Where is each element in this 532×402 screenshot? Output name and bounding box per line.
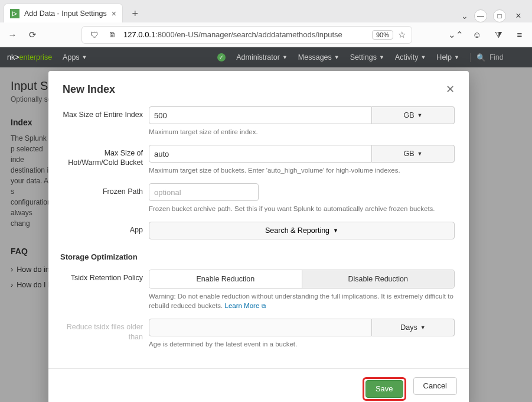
tab-list-dropdown-icon[interactable]: ⌄ <box>461 11 468 21</box>
close-tab-icon[interactable]: × <box>112 9 116 18</box>
url-bar[interactable]: 🛡 🗎 127.0.0.1:8000/en-US/manager/search/… <box>81 26 412 44</box>
input-max-bucket-size[interactable] <box>149 145 372 163</box>
menu-apps[interactable]: Apps ▼ <box>63 53 87 61</box>
help-tsidx: Warning: Do not enable reduction without… <box>149 288 455 310</box>
window-close-button[interactable]: × <box>512 9 525 22</box>
reload-icon[interactable]: ⟳ <box>26 28 39 41</box>
browser-toolbar: → ⟳ 🛡 🗎 127.0.0.1:8000/en-US/manager/sea… <box>0 22 532 47</box>
tab-title: Add Data - Input Settings <box>24 9 107 18</box>
menu-administrator[interactable]: Administrator ▼ <box>236 53 288 61</box>
modal-footer: Save Cancel <box>48 368 469 402</box>
seg-disable-reduction[interactable]: Disable Reduction <box>302 270 455 288</box>
menu-messages[interactable]: Messages ▼ <box>298 53 340 61</box>
section-storage-optimization: Storage Optimization <box>54 248 455 270</box>
modal-title: New Index <box>63 83 115 96</box>
save-button-highlight: Save <box>363 377 406 401</box>
menu-activity[interactable]: Activity ▼ <box>395 53 426 61</box>
label-max-bucket-size: Max Size of Hot/Warm/Cold Bucket <box>54 145 143 168</box>
new-index-modal: New Index ✕ Max Size of Entire Index GB … <box>48 71 469 402</box>
save-button[interactable]: Save <box>365 380 403 398</box>
modal-close-button[interactable]: ✕ <box>446 83 455 96</box>
menu-help[interactable]: Help ▼ <box>436 53 459 61</box>
menu-settings[interactable]: Settings ▼ <box>350 53 384 61</box>
bookmark-star-icon[interactable]: ☆ <box>398 30 406 40</box>
input-frozen-path[interactable] <box>149 183 259 201</box>
help-frozen-path: Frozen bucket archive path. Set this if … <box>149 201 455 213</box>
seg-enable-reduction[interactable]: Enable Reduction <box>149 270 302 288</box>
input-max-index-size[interactable] <box>149 106 372 124</box>
browser-tab[interactable]: ▷ Add Data - Input Settings × <box>4 4 123 22</box>
label-tsidx-retention: Tsidx Retention Policy <box>54 270 143 283</box>
input-reduce-age <box>149 319 372 336</box>
search-icon: 🔍 <box>476 53 486 62</box>
pocket-icon[interactable]: ⌄⌃ <box>449 28 462 41</box>
nav-forward-icon[interactable]: → <box>6 28 19 41</box>
browser-tab-strip: ▷ Add Data - Input Settings × + ⌄ — □ × <box>0 0 532 22</box>
label-max-index-size: Max Size of Entire Index <box>54 106 143 119</box>
page-info-icon[interactable]: 🗎 <box>106 28 119 41</box>
unit-select-max-bucket[interactable]: GB ▼ <box>372 145 455 163</box>
zoom-level-badge[interactable]: 90% <box>372 30 393 40</box>
label-frozen-path: Frozen Path <box>54 183 143 196</box>
global-search-input[interactable] <box>489 53 525 61</box>
select-app[interactable]: Search & Reporting ▼ <box>149 222 455 239</box>
url-text: 127.0.0.1:8000/en-US/manager/search/addd… <box>123 30 367 39</box>
unit-select-reduce-age: Days ▼ <box>372 319 455 336</box>
app-menu-icon[interactable]: ≡ <box>513 28 526 41</box>
window-minimize-button[interactable]: — <box>474 9 487 22</box>
help-max-bucket: Maximum target size of buckets. Enter 'a… <box>149 163 455 175</box>
unit-select-max-index[interactable]: GB ▼ <box>372 106 455 124</box>
new-tab-button[interactable]: + <box>126 5 144 22</box>
health-check-icon[interactable]: ✓ <box>217 53 226 61</box>
label-reduce-age: Reduce tsidx files older than <box>54 319 143 342</box>
extensions-icon[interactable]: ⧩ <box>492 28 505 41</box>
splunk-top-bar: nk>enterprise Apps ▼ ✓ Administrator ▼ M… <box>0 47 532 67</box>
account-icon[interactable]: ☺ <box>471 28 484 41</box>
help-max-index: Maximum target size of entire index. <box>149 124 455 137</box>
favicon-icon: ▷ <box>10 9 19 18</box>
external-link-icon: ⧉ <box>262 303 266 309</box>
global-search[interactable]: 🔍 <box>470 53 525 62</box>
learn-more-link[interactable]: Learn More ⧉ <box>225 302 266 309</box>
shield-icon[interactable]: 🛡 <box>88 28 101 41</box>
tsidx-segmented-control: Enable Reduction Disable Reduction <box>149 270 455 288</box>
label-app: App <box>54 222 143 235</box>
window-maximize-button[interactable]: □ <box>493 9 506 22</box>
cancel-button[interactable]: Cancel <box>413 377 457 395</box>
help-reduce-age: Age is determined by the latest event in… <box>149 336 455 349</box>
splunk-logo[interactable]: nk>enterprise <box>7 53 52 61</box>
